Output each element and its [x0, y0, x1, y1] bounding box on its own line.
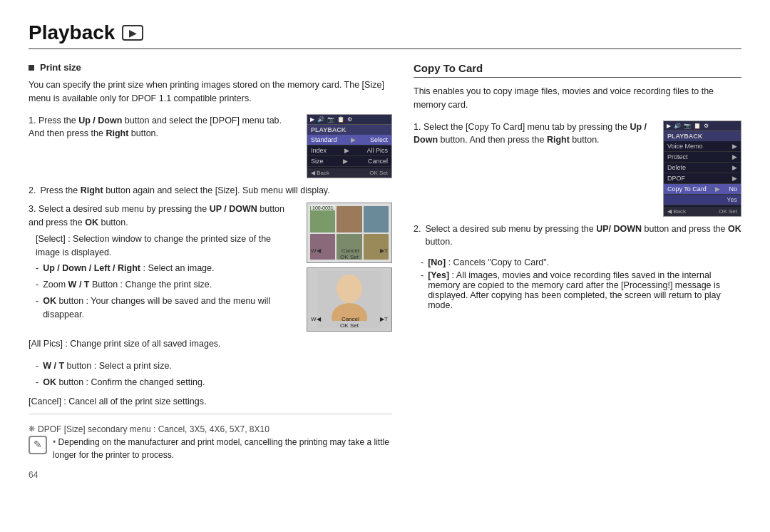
- copy-to-card-heading: Copy To Card: [414, 62, 741, 78]
- playback-icon: ▶: [122, 25, 143, 41]
- left-column: Print size You can specify the print siz…: [29, 62, 392, 518]
- sub-item-ok: - OK button : Your changes will be saved…: [36, 295, 292, 322]
- step-2: 2. Press the Right button again and sele…: [29, 184, 392, 198]
- page: Playback ▶ Print size You can specify th…: [0, 0, 770, 532]
- print-size-intro: You can specify the print size when prin…: [29, 78, 392, 106]
- single-photo-screenshot: W◀ Cancel ▶T OK Set: [307, 267, 392, 332]
- menu-row-size: Size▶Cancel: [307, 156, 391, 167]
- wt-item-1: - W / T button : Select a print size.: [36, 359, 392, 373]
- bullet-icon: [29, 65, 34, 71]
- step3-num: 3.: [29, 204, 38, 214]
- right-menu-protect: Protect▶: [664, 152, 741, 163]
- svg-point-1: [337, 275, 362, 303]
- right-menu-label: PLAYBACK: [664, 131, 741, 141]
- step-1-text: 1. Press the Up / Down button and select…: [29, 114, 299, 141]
- step2-num: 2.: [29, 184, 36, 198]
- no-yes-items: - [No] : Cancels "Copy to Card". - [Yes]…: [421, 257, 741, 313]
- select-info: [Select] : Selection window to change th…: [36, 232, 292, 260]
- print-size-label: Print size: [40, 62, 81, 73]
- sub-items-list: - Up / Down / Left / Right : Select an i…: [36, 262, 292, 321]
- right-step2-content: Select a desired sub menu by pressing th…: [425, 222, 741, 250]
- step-1-container: 1. Press the Up / Down button and select…: [29, 114, 392, 178]
- wt-item-2: - OK button : Confirm the changed settin…: [36, 376, 392, 389]
- page-number: 64: [29, 466, 392, 480]
- all-pics-item: [All Pics] : Change print size of all sa…: [29, 337, 392, 351]
- note-section: ❋ DPOF [Size] secondary menu : Cancel, 3…: [29, 414, 392, 466]
- content-area: Print size You can specify the print siz…: [29, 62, 741, 518]
- dpof-note-text: DPOF [Size] secondary menu : Cancel, 3X5…: [38, 423, 270, 436]
- right-menu-dpof: DPOF▶: [664, 173, 741, 184]
- step-3-text: 3. Select a desired sub menu by pressing…: [29, 203, 292, 324]
- asterisk: ❋: [29, 423, 35, 435]
- menu-screenshot-1: ▶🔊📷📋⚙ PLAYBACK Standard▶Select Index▶All…: [307, 114, 392, 178]
- right-menu-screenshot: ▶🔊📷📋⚙ PLAYBACK Voice Memo▶ Protect▶ Dele…: [663, 121, 741, 217]
- photo-cell-2: [337, 206, 361, 232]
- right-step-1-container: 1. Select the [Copy To Card] menu tab by…: [414, 121, 741, 217]
- step-3-container: 3. Select a desired sub menu by pressing…: [29, 203, 392, 332]
- photo-cell-3: [364, 206, 389, 232]
- sub-item-zoom: - Zoom W / T Button : Change the print s…: [36, 278, 292, 292]
- right-menu-yes: Yes: [664, 195, 741, 205]
- right-step-1-text: 1. Select the [Copy To Card] menu tab by…: [414, 121, 654, 148]
- photo-controls-row: W◀Cancel▶T: [307, 247, 391, 254]
- note-row: ✎ • Depending on the manufacturer and pr…: [29, 436, 392, 461]
- right-menu-bottom: ◀ BackOK Set: [664, 207, 741, 216]
- copy-intro: This enables you to copy image files, mo…: [414, 85, 741, 112]
- right-menu-top-icons: ▶🔊📷📋⚙: [664, 121, 741, 131]
- right-step2-num: 2.: [414, 222, 421, 250]
- photo-grid-controls: W◀Cancel▶T OK Set: [307, 247, 391, 260]
- right-menu-delete: Delete▶: [664, 163, 741, 173]
- menu-top-icons: ▶🔊📷📋⚙: [307, 115, 391, 125]
- photo-grid-screenshot: 100-0031 W◀Cancel▶T: [307, 203, 392, 263]
- step1-num: 1.: [29, 116, 38, 126]
- single-photo-controls: W◀ Cancel ▶T OK Set: [307, 316, 391, 329]
- right-step1-num: 1.: [414, 122, 423, 132]
- menu-bottom-1: ◀ BackOK Set: [307, 168, 391, 178]
- menu-row-index: Index▶All Pics: [307, 145, 391, 156]
- right-menu-copy: Copy To Card▶No: [664, 184, 741, 195]
- photo-id: 100-0031: [311, 205, 335, 210]
- right-column: Copy To Card This enables you to copy im…: [414, 62, 741, 518]
- all-pics-text: [All Pics] : Change print size of all sa…: [29, 337, 392, 351]
- page-title: Playback: [29, 21, 115, 44]
- no-item: - [No] : Cancels "Copy to Card".: [421, 257, 741, 267]
- note-icon: ✎: [29, 436, 47, 454]
- cancel-text: [Cancel] : Cancel all of the print size …: [29, 397, 392, 406]
- right-step-2: 2. Select a desired sub menu by pressing…: [414, 222, 741, 250]
- menu-label: PLAYBACK: [307, 125, 391, 135]
- page-header: Playback ▶: [29, 21, 741, 49]
- wt-items: - W / T button : Select a print size. - …: [36, 359, 392, 392]
- print-size-heading: Print size: [29, 62, 392, 73]
- yes-item: - [Yes] : All images, movies and voice r…: [421, 270, 741, 310]
- sub-item-updown: - Up / Down / Left / Right : Select an i…: [36, 262, 292, 275]
- note-text: • Depending on the manufacturer and prin…: [53, 436, 392, 461]
- right-menu-voice: Voice Memo▶: [664, 141, 741, 152]
- dpof-note: ❋ DPOF [Size] secondary menu : Cancel, 3…: [29, 423, 392, 436]
- step2-content: Press the Right button again and select …: [40, 184, 392, 198]
- menu-row-standard: Standard▶Select: [307, 135, 391, 145]
